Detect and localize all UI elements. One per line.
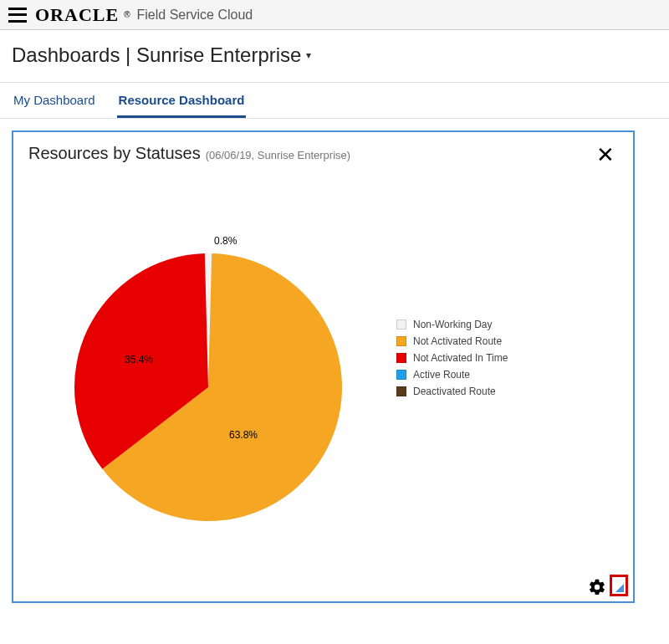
legend-swatch	[396, 319, 406, 330]
legend-item-active-route[interactable]: Active Route	[396, 369, 508, 381]
legend-item-non-working-day[interactable]: Non-Working Day	[396, 319, 508, 330]
legend-label: Not Activated Route	[413, 335, 502, 347]
menu-icon[interactable]	[8, 8, 27, 23]
pie-area: 0.8% 63.8% 35.4%	[28, 166, 380, 550]
card-footer-icons	[588, 575, 628, 596]
chart-body: 0.8% 63.8% 35.4% Non-Working Day Not Act…	[28, 166, 618, 550]
oracle-logo: ORACLE	[35, 4, 119, 26]
tab-my-dashboard[interactable]: My Dashboard	[12, 83, 97, 118]
tab-bar: My Dashboard Resource Dashboard	[0, 83, 669, 119]
legend-label: Deactivated Route	[413, 386, 496, 397]
legend-swatch	[396, 336, 406, 346]
chart-title: Resources by Statuses	[28, 144, 201, 163]
gear-icon[interactable]	[588, 578, 606, 596]
legend-swatch	[396, 386, 406, 396]
dashboard-area: Resources by Statuses (06/06/19, Sunrise…	[0, 119, 669, 615]
slice-label-not-activated-in-time: 35.4%	[125, 354, 153, 365]
legend-label: Active Route	[413, 369, 470, 381]
chart-legend: Non-Working Day Not Activated Route Not …	[396, 314, 508, 402]
legend-swatch	[396, 370, 406, 380]
legend-item-not-activated-route[interactable]: Not Activated Route	[396, 335, 508, 347]
slice-label-non-working-day: 0.8%	[214, 235, 237, 247]
legend-item-deactivated-route[interactable]: Deactivated Route	[396, 386, 508, 397]
legend-label: Not Activated In Time	[413, 352, 508, 364]
chart-header: Resources by Statuses (06/06/19, Sunrise…	[28, 144, 618, 166]
chart-card: Resources by Statuses (06/06/19, Sunrise…	[12, 130, 635, 603]
app-header: ORACLE ® Field Service Cloud	[0, 0, 669, 30]
chevron-down-icon[interactable]: ▾	[306, 49, 311, 61]
legend-swatch	[396, 353, 406, 363]
product-name: Field Service Cloud	[137, 8, 253, 23]
tab-resource-dashboard[interactable]: Resource Dashboard	[117, 83, 247, 118]
close-icon[interactable]: ✕	[593, 144, 618, 166]
page-title: Dashboards | Sunrise Enterprise	[12, 43, 301, 67]
registered-mark: ®	[124, 10, 130, 19]
chart-subtitle: (06/06/19, Sunrise Enterprise)	[206, 149, 350, 161]
legend-item-not-activated-in-time[interactable]: Not Activated In Time	[396, 352, 508, 364]
resize-handle[interactable]	[610, 575, 628, 596]
pie-chart	[70, 249, 346, 525]
slice-label-not-activated-route: 63.8%	[229, 429, 258, 441]
legend-label: Non-Working Day	[413, 319, 492, 330]
resize-triangle-icon	[615, 584, 624, 592]
page-title-row: Dashboards | Sunrise Enterprise ▾	[0, 30, 669, 83]
